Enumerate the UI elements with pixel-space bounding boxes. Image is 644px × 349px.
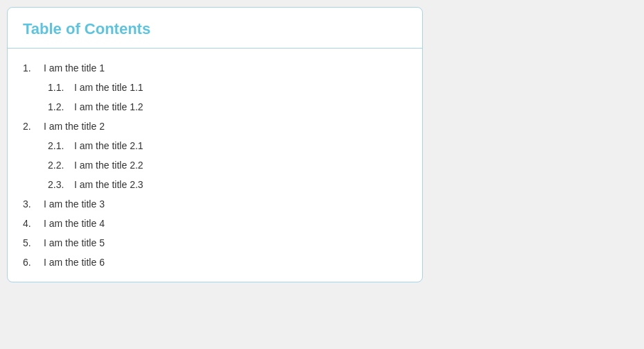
toc-item-number: 5. [23, 237, 40, 248]
toc-title: Table of Contents [23, 20, 150, 37]
toc-list-item[interactable]: 1.2.I am the title 1.2 [23, 97, 407, 117]
toc-item-label: I am the title 6 [44, 257, 105, 268]
toc-item-number: 2. [23, 121, 40, 132]
toc-list-item[interactable]: 1.1.I am the title 1.1 [23, 78, 407, 97]
toc-item-number: 2.3. [48, 179, 70, 190]
toc-item-number: 2.1. [48, 140, 70, 151]
toc-list-item[interactable]: 6.I am the title 6 [23, 253, 407, 272]
toc-item-label: I am the title 2.2 [74, 160, 143, 171]
toc-list-item[interactable]: 2.2.I am the title 2.2 [23, 155, 407, 175]
toc-item-label: I am the title 2.1 [74, 140, 143, 151]
toc-item-number: 1.1. [48, 82, 70, 93]
toc-item-number: 4. [23, 218, 40, 229]
toc-list-item[interactable]: 5.I am the title 5 [23, 233, 407, 253]
toc-item-label: I am the title 2.3 [74, 179, 143, 190]
toc-item-number: 2.2. [48, 160, 70, 171]
toc-header: Table of Contents [8, 8, 422, 49]
toc-item-number: 3. [23, 198, 40, 210]
toc-item-label: I am the title 2 [44, 121, 105, 132]
toc-list-item[interactable]: 4.I am the title 4 [23, 214, 407, 233]
toc-list-item[interactable]: 1.I am the title 1 [23, 58, 407, 78]
toc-list-item[interactable]: 2.1.I am the title 2.1 [23, 136, 407, 155]
toc-item-number: 1.2. [48, 101, 70, 112]
toc-body[interactable]: 1.I am the title 11.1.I am the title 1.1… [8, 49, 422, 282]
toc-item-label: I am the title 5 [44, 237, 105, 248]
toc-list-item[interactable]: 2.3.I am the title 2.3 [23, 175, 407, 194]
toc-list-item[interactable]: 2.I am the title 2 [23, 117, 407, 136]
toc-item-label: I am the title 1.2 [74, 101, 143, 112]
toc-item-number: 6. [23, 257, 40, 268]
toc-list: 1.I am the title 11.1.I am the title 1.1… [23, 58, 407, 272]
toc-list-item[interactable]: 3.I am the title 3 [23, 194, 407, 214]
toc-item-label: I am the title 4 [44, 218, 105, 229]
toc-panel: Table of Contents 1.I am the title 11.1.… [7, 7, 423, 282]
toc-item-label: I am the title 1.1 [74, 82, 143, 93]
toc-item-number: 1. [23, 62, 40, 74]
toc-item-label: I am the title 3 [44, 198, 105, 210]
toc-item-label: I am the title 1 [44, 62, 105, 74]
